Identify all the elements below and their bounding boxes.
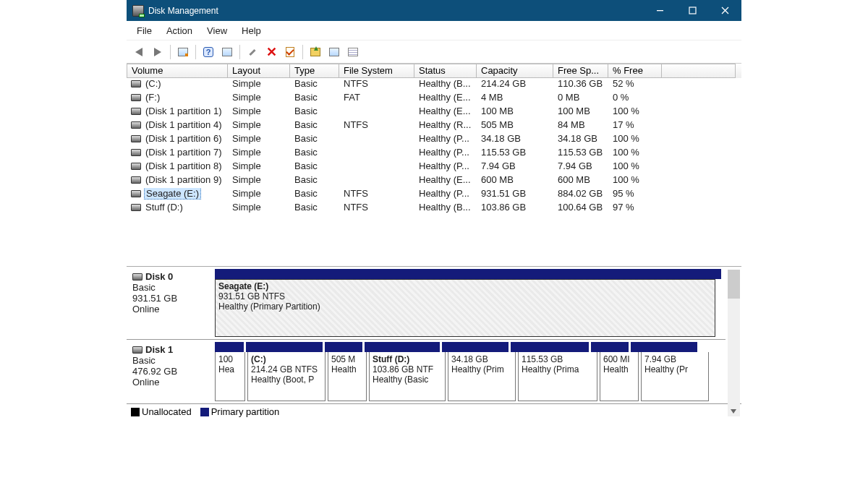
cell-layout: Simple — [228, 147, 290, 160]
toolbar: ? ✕ — [127, 40, 741, 64]
legend-unallocated: Unallocated — [131, 406, 192, 417]
cell-free: 100.64 GB — [553, 202, 608, 215]
menu-file[interactable]: File — [129, 23, 159, 38]
cell-pct: 100 % — [608, 160, 662, 174]
back-button[interactable] — [131, 44, 147, 60]
column-header[interactable]: Status — [414, 64, 477, 78]
drive-icon — [131, 108, 141, 115]
cell-free: 0 MB — [553, 92, 608, 106]
title-bar[interactable]: Disk Management — [127, 0, 741, 21]
tree-icon — [178, 48, 188, 56]
partition[interactable]: 7.94 GBHealthy (Pr — [641, 352, 709, 401]
volume-row[interactable]: Stuff (D:)SimpleBasicNTFSHealthy (B...10… — [127, 202, 741, 215]
cell-cap: 103.86 GB — [477, 202, 553, 215]
column-header[interactable]: Type — [290, 64, 339, 78]
column-header[interactable] — [662, 64, 736, 78]
cell-layout: Simple — [228, 202, 290, 215]
separator — [170, 45, 171, 59]
disk-info[interactable]: Disk 1Basic476.92 GBOnline — [127, 340, 213, 403]
delete-x-icon: ✕ — [266, 47, 277, 57]
drive-icon — [131, 135, 141, 142]
menu-action[interactable]: Action — [159, 23, 200, 38]
forward-button[interactable] — [150, 44, 166, 60]
cell-fs — [339, 147, 414, 160]
properties-button[interactable] — [282, 44, 298, 60]
drive-icon — [131, 190, 141, 197]
cell-cap: 34.18 GB — [477, 133, 553, 147]
show-hide-tree-button[interactable] — [175, 44, 191, 60]
partition[interactable]: 600 MIHealth — [600, 352, 639, 401]
close-button[interactable] — [709, 0, 741, 21]
partition[interactable]: 505 MHealth — [328, 352, 367, 401]
column-header[interactable]: Layout — [228, 64, 290, 78]
partition[interactable]: 34.18 GBHealthy (Prim — [448, 352, 516, 401]
cell-name: Seagate (E:) — [127, 188, 228, 202]
maximize-button[interactable] — [676, 0, 709, 21]
cell-name: (C:) — [127, 78, 228, 92]
drive-icon — [131, 121, 141, 129]
cell-free: 600 MB — [553, 174, 608, 188]
partition[interactable]: Seagate (E:)931.51 GB NTFSHealthy (Prima… — [215, 279, 715, 337]
cell-free: 110.36 GB — [553, 78, 608, 92]
volume-row[interactable]: (Disk 1 partition 4)SimpleBasicNTFSHealt… — [127, 119, 741, 133]
refresh-button[interactable] — [219, 44, 235, 60]
cell-fs — [339, 133, 414, 147]
volume-row[interactable]: (Disk 1 partition 6)SimpleBasicHealthy (… — [127, 133, 741, 147]
column-header[interactable]: Volume — [127, 64, 228, 78]
cell-pct: 100 % — [608, 147, 662, 160]
cell-type: Basic — [290, 188, 339, 202]
vertical-scrollbar[interactable] — [728, 270, 740, 416]
volume-row[interactable]: (Disk 1 partition 8)SimpleBasicHealthy (… — [127, 160, 741, 174]
cell-pct: 52 % — [608, 78, 662, 92]
cell-status: Healthy (E... — [414, 92, 477, 106]
cell-pct: 100 % — [608, 106, 662, 119]
column-header[interactable]: Free Sp... — [553, 64, 608, 78]
list-icon — [348, 48, 358, 56]
column-header[interactable]: File System — [339, 64, 414, 78]
separator — [302, 45, 303, 59]
column-header[interactable]: Capacity — [477, 64, 553, 78]
minimize-button[interactable] — [644, 0, 676, 21]
cell-pct: 17 % — [608, 119, 662, 133]
volume-row[interactable]: (Disk 1 partition 9)SimpleBasicHealthy (… — [127, 174, 741, 188]
cell-type: Basic — [290, 202, 339, 215]
menu-view[interactable]: View — [200, 23, 234, 38]
svg-rect-0 — [657, 10, 663, 11]
volume-row[interactable]: Seagate (E:)SimpleBasicNTFSHealthy (P...… — [127, 188, 741, 202]
cell-fs: NTFS — [339, 78, 414, 92]
cell-status: Healthy (R... — [414, 119, 477, 133]
cell-cap: 214.24 GB — [477, 78, 553, 92]
disk-mgmt-icon — [132, 5, 144, 17]
cell-pct: 97 % — [608, 202, 662, 215]
cell-status: Healthy (E... — [414, 174, 477, 188]
cell-type: Basic — [290, 119, 339, 133]
disk-graphic: Seagate (E:)931.51 GB NTFSHealthy (Prima… — [213, 267, 726, 339]
partition[interactable]: (C:)214.24 GB NTFSHealthy (Boot, P — [247, 352, 326, 401]
delete-button[interactable]: ✕ — [263, 44, 279, 60]
volume-row[interactable]: (F:)SimpleBasicFATHealthy (E...4 MB0 MB0… — [127, 92, 741, 106]
eject-button[interactable] — [307, 44, 323, 60]
cell-layout: Simple — [228, 119, 290, 133]
cell-type: Basic — [290, 92, 339, 106]
menu-help[interactable]: Help — [234, 23, 268, 38]
disk-info[interactable]: Disk 0Basic931.51 GBOnline — [127, 267, 213, 339]
window-title: Disk Management — [148, 6, 644, 16]
column-header[interactable]: % Free — [608, 64, 662, 78]
volume-row[interactable]: (C:)SimpleBasicNTFSHealthy (B...214.24 G… — [127, 78, 741, 92]
volume-row[interactable]: (Disk 1 partition 7)SimpleBasicHealthy (… — [127, 147, 741, 160]
partition[interactable]: Stuff (D:)103.86 GB NTFHealthy (Basic — [369, 352, 446, 401]
partition[interactable]: 100Hea — [215, 352, 245, 401]
help-button[interactable]: ? — [200, 44, 216, 60]
cell-status: Healthy (P... — [414, 160, 477, 174]
cell-free: 84 MB — [553, 119, 608, 133]
partition[interactable]: 115.53 GBHealthy (Prima — [518, 352, 597, 401]
scrollbar-thumb[interactable] — [728, 270, 740, 299]
list-button[interactable] — [326, 44, 342, 60]
refresh-icon — [222, 48, 232, 56]
settings-button[interactable] — [244, 44, 260, 60]
volume-list: VolumeLayoutTypeFile SystemStatusCapacit… — [127, 64, 741, 266]
volume-row[interactable]: (Disk 1 partition 1)SimpleBasicHealthy (… — [127, 106, 741, 119]
drive-icon — [131, 149, 141, 156]
columns-button[interactable] — [345, 44, 361, 60]
cell-free: 7.94 GB — [553, 160, 608, 174]
